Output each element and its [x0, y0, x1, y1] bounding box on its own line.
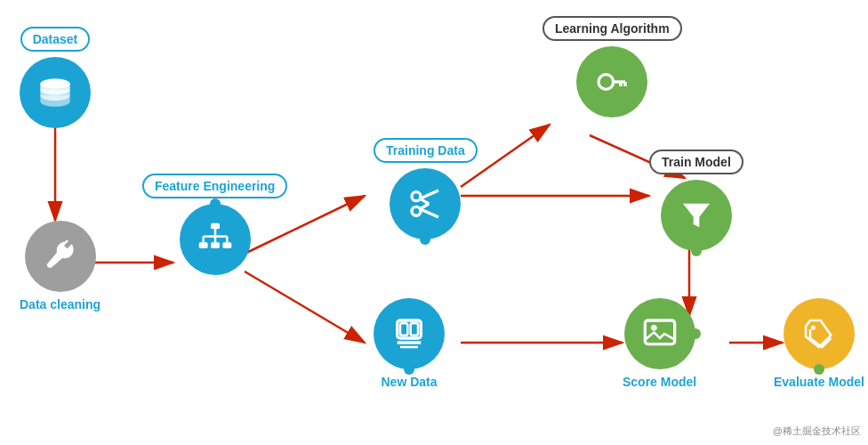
- svg-rect-37: [645, 320, 674, 344]
- svg-rect-14: [198, 242, 207, 248]
- learning-algorithm-node: Learning Algorithm: [542, 16, 682, 117]
- learning-algorithm-circle: [576, 46, 647, 117]
- learning-algorithm-label: Learning Algorithm: [542, 16, 682, 41]
- svg-rect-16: [222, 242, 231, 248]
- svg-rect-15: [211, 242, 220, 248]
- training-data-label: Training Data: [374, 138, 478, 163]
- data-cleaning-circle: [25, 221, 96, 292]
- svg-rect-30: [411, 323, 418, 335]
- train-model-dot-bottom: [691, 246, 702, 256]
- diagram-container: Dataset Data cleaning Feature Engineerin…: [0, 0, 868, 445]
- feature-engineering-label: Feature Engineering: [142, 174, 287, 198]
- layers-icon: [391, 316, 427, 352]
- score-model-label: Score Model: [623, 375, 696, 389]
- new-data-node: New Data: [374, 298, 445, 389]
- scissors-icon: [407, 186, 443, 222]
- database-icon: [37, 75, 73, 110]
- new-data-label: New Data: [381, 375, 437, 389]
- funnel-icon: [679, 198, 714, 233]
- evaluate-model-node: Evaluate Model: [774, 298, 864, 389]
- svg-point-38: [651, 325, 657, 331]
- wrench-icon: [43, 239, 78, 274]
- svg-rect-29: [400, 323, 407, 335]
- feature-engineering-circle: [180, 204, 251, 275]
- evaluate-model-circle: [784, 298, 855, 369]
- data-cleaning-node: Data cleaning: [20, 221, 100, 312]
- dataset-label: Dataset: [20, 27, 91, 52]
- training-data-circle: [390, 168, 461, 239]
- evaluate-model-dot-bottom: [814, 364, 824, 375]
- image-icon: [642, 316, 678, 352]
- svg-point-23: [412, 206, 421, 215]
- data-cleaning-label: Data cleaning: [20, 297, 100, 312]
- svg-point-22: [412, 192, 421, 201]
- new-data-dot-bottom: [404, 364, 414, 375]
- training-data-dot-bottom: [420, 234, 430, 245]
- svg-line-27: [421, 204, 430, 209]
- score-model-circle: [624, 298, 695, 369]
- feature-engineering-node: Feature Engineering: [142, 174, 287, 275]
- train-model-label: Train Model: [649, 150, 743, 174]
- svg-point-33: [599, 75, 614, 90]
- training-data-node: Training Data: [374, 138, 478, 239]
- dataset-circle: [20, 57, 91, 128]
- svg-rect-13: [211, 223, 220, 230]
- tags-icon: [801, 316, 837, 352]
- watermark: @稀土掘金技术社区: [773, 425, 861, 438]
- score-model-node: Score Model: [623, 298, 696, 389]
- svg-line-25: [421, 209, 439, 217]
- svg-line-5: [245, 271, 365, 343]
- hierarchy-icon: [197, 222, 233, 257]
- evaluate-model-label: Evaluate Model: [774, 375, 864, 389]
- train-model-node: Train Model: [649, 150, 743, 251]
- score-model-dot-right: [690, 328, 701, 339]
- svg-point-39: [811, 326, 816, 330]
- new-data-circle: [374, 298, 445, 369]
- dataset-node: Dataset: [20, 27, 91, 128]
- train-model-circle: [661, 180, 732, 251]
- key-icon: [594, 64, 630, 100]
- svg-line-24: [421, 190, 439, 198]
- feature-engineering-dot-top: [210, 198, 221, 209]
